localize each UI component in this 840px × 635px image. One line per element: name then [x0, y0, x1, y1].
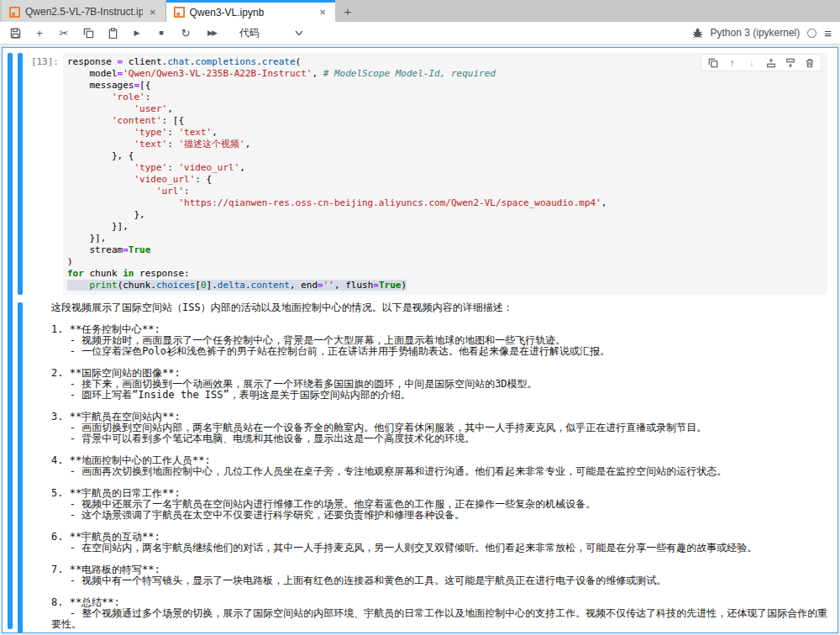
- debugger-icon[interactable]: [692, 28, 703, 39]
- insert-cell-below-icon[interactable]: [785, 57, 795, 68]
- code-cell: [13]: ↑ ↓: [3, 53, 837, 632]
- notebook-file-icon: [174, 7, 185, 18]
- tab-qwen2-5-vl-notebook[interactable]: Qwen2.5-VL-7B-Instruct.ip ×: [2, 0, 166, 22]
- close-icon[interactable]: ×: [148, 6, 158, 18]
- notebook-toolbar: + ✂ ▶ ■ ↻ ▶▶ 代码 Python 3 (: [0, 22, 840, 45]
- run-all-icon[interactable]: ▶▶: [203, 25, 220, 40]
- kernel-area: Python 3 (ipykernel) ≡: [692, 26, 832, 40]
- move-down-icon[interactable]: ↓: [746, 57, 757, 68]
- tab-label: Qwen3-VL.ipynb: [190, 7, 265, 18]
- tab-label: Qwen2.5-VL-7B-Instruct.ip: [25, 6, 143, 18]
- stop-kernel-icon[interactable]: ■: [155, 25, 168, 40]
- close-icon[interactable]: ×: [318, 6, 328, 18]
- notebook-file-icon: [9, 7, 20, 18]
- duplicate-cell-icon[interactable]: [707, 57, 718, 68]
- stream-output-text: 这段视频展示了国际空间站（ISS）内部的活动以及地面控制中心的情况。以下是视频内…: [51, 302, 837, 633]
- add-cell-icon[interactable]: +: [33, 25, 46, 40]
- paste-icon[interactable]: [106, 25, 119, 40]
- tab-bar: Qwen2.5-VL-7B-Instruct.ip × Qwen3-VL.ipy…: [0, 0, 840, 22]
- insert-cell-above-icon[interactable]: [765, 57, 776, 68]
- run-cell-icon[interactable]: ▶: [130, 25, 144, 40]
- cell-type-value: 代码: [239, 26, 260, 40]
- code-content: response = client.chat.completions.creat…: [67, 56, 823, 291]
- cut-icon[interactable]: ✂: [57, 25, 71, 40]
- new-tab-button[interactable]: +: [335, 0, 360, 22]
- chevron-down-icon: [295, 30, 303, 36]
- cell-input-row: [13]: ↑ ↓: [13, 53, 837, 295]
- execution-count: [13]:: [23, 53, 63, 295]
- output-prompt-gutter: [23, 302, 51, 633]
- kernel-status-icon: [807, 29, 816, 38]
- tab-qwen3-vl-notebook[interactable]: Qwen3-VL.ipynb ×: [166, 0, 335, 22]
- kernel-name[interactable]: Python 3 (ipykernel): [711, 27, 801, 39]
- move-up-icon[interactable]: ↑: [727, 57, 738, 68]
- code-editor[interactable]: ↑ ↓: [63, 53, 827, 295]
- copy-icon[interactable]: [81, 25, 95, 40]
- cell-toolbar: ↑ ↓: [701, 54, 822, 71]
- menu-icon[interactable]: ≡: [824, 26, 832, 40]
- notebook-panel: [13]: ↑ ↓: [2, 47, 838, 633]
- save-icon[interactable]: [8, 25, 22, 40]
- cell-type-dropdown[interactable]: 代码: [239, 26, 303, 40]
- restart-kernel-icon[interactable]: ↻: [179, 25, 192, 40]
- delete-cell-icon[interactable]: [804, 57, 815, 68]
- cell-output-row: 这段视频展示了国际空间站（ISS）内部的活动以及地面控制中心的情况。以下是视频内…: [13, 302, 837, 633]
